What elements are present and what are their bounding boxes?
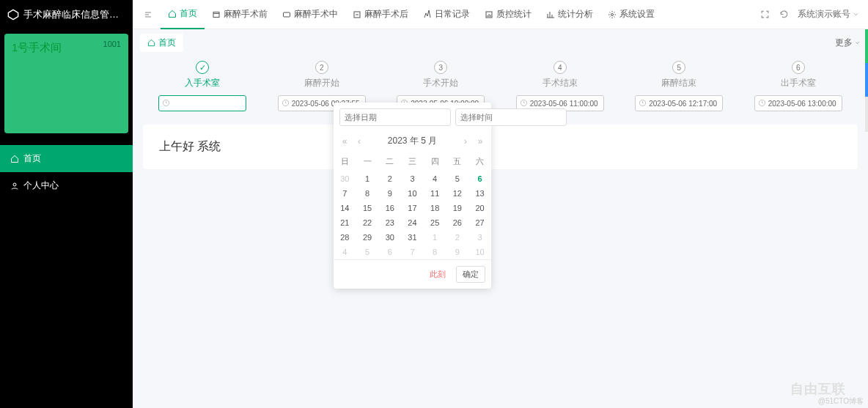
calendar-day[interactable]: 26 — [446, 215, 469, 230]
tab-post[interactable]: 麻醉手术后 — [345, 0, 416, 29]
step-circle: 2 — [315, 61, 328, 74]
calendar-day[interactable]: 8 — [424, 245, 446, 259]
calendar-day[interactable]: 10 — [468, 245, 491, 259]
clock-icon — [758, 99, 766, 108]
prev-year-icon[interactable]: « — [339, 136, 350, 146]
steps: 入手术室2麻醉开始2023-05-06 08:27:553手术开始2023-05… — [143, 56, 858, 111]
calendar-day[interactable]: 12 — [446, 186, 469, 201]
calendar-day[interactable]: 28 — [334, 230, 356, 245]
calendar-day[interactable]: 4 — [424, 171, 446, 186]
step-title: 手术结束 — [542, 77, 578, 89]
fullscreen-icon[interactable] — [760, 10, 770, 20]
calendar-day[interactable]: 1 — [356, 171, 379, 186]
weekday-header: 四 — [424, 153, 446, 171]
calendar-day[interactable]: 23 — [378, 215, 401, 230]
calendar-day[interactable]: 13 — [468, 186, 491, 201]
date-input[interactable] — [339, 108, 451, 126]
calendar-day[interactable]: 5 — [446, 171, 469, 186]
step-datetime-value: 2023-05-06 13:00:00 — [768, 100, 836, 108]
tab-label: 系统设置 — [619, 8, 655, 21]
step-datetime-input[interactable] — [158, 95, 246, 111]
sidebar-item-home[interactable]: 首页 — [0, 145, 133, 172]
app-title: 手术麻醉临床信息管… — [23, 8, 119, 21]
prev-month-icon[interactable]: ‹ — [354, 136, 364, 146]
calendar-header: « ‹ 2023 年 5 月 › » — [334, 132, 491, 153]
tab-daily[interactable]: 日常记录 — [416, 0, 477, 29]
time-input[interactable] — [455, 108, 567, 126]
calendar-day[interactable]: 24 — [401, 215, 424, 230]
calendar-day[interactable]: 6 — [468, 171, 491, 186]
svg-rect-2 — [284, 12, 290, 17]
calendar-day[interactable]: 4 — [334, 245, 356, 259]
step-datetime-input[interactable]: 2023-05-06 12:17:00 — [635, 95, 723, 111]
calendar-day[interactable]: 3 — [468, 230, 491, 245]
calendar-day[interactable]: 9 — [378, 186, 401, 201]
calendar-day[interactable]: 6 — [378, 245, 401, 259]
sidebar-item-user[interactable]: 个人中心 — [0, 172, 133, 199]
calendar-day[interactable]: 14 — [334, 201, 356, 215]
step-datetime-value: 2023-05-06 11:00:00 — [530, 100, 598, 108]
calendar-day[interactable]: 19 — [446, 201, 469, 215]
tab-home[interactable]: 首页 — [161, 0, 205, 29]
more-link[interactable]: 更多 — [835, 37, 861, 49]
watermark-text: @51CTO博客 — [818, 396, 864, 407]
calendar-day[interactable]: 21 — [334, 215, 356, 230]
account-menu[interactable]: 系统演示账号 — [798, 8, 859, 21]
post-icon — [353, 10, 361, 19]
step-datetime-input[interactable]: 2023-05-06 13:00:00 — [754, 95, 842, 111]
calendar-day[interactable]: 8 — [356, 186, 379, 201]
room-card[interactable]: 1号手术间 1001 — [4, 34, 128, 133]
pre-icon — [212, 10, 221, 19]
weekday-header: 日 — [334, 153, 356, 171]
calendar-day[interactable]: 29 — [356, 230, 379, 245]
calendar-day[interactable]: 10 — [401, 186, 424, 201]
subtab-home[interactable]: 首页 — [140, 34, 183, 52]
calendar-day[interactable]: 17 — [401, 201, 424, 215]
calendar-day[interactable]: 2 — [446, 230, 469, 245]
ok-button[interactable]: 确定 — [456, 266, 485, 283]
step-title: 麻醉开始 — [304, 77, 339, 89]
app-logo: 手术麻醉临床信息管… — [0, 0, 133, 29]
now-button[interactable]: 此刻 — [424, 266, 452, 283]
calendar-day[interactable]: 25 — [424, 215, 446, 230]
next-month-icon[interactable]: › — [460, 136, 471, 146]
calendar-day[interactable]: 2 — [378, 171, 401, 186]
svg-rect-1 — [213, 12, 219, 17]
calendar-day[interactable]: 18 — [424, 201, 446, 215]
calendar-day[interactable]: 27 — [468, 215, 491, 230]
calendar-day[interactable]: 30 — [378, 230, 401, 245]
clock-icon — [162, 99, 170, 108]
calendar-day[interactable]: 15 — [356, 201, 379, 215]
step-circle — [196, 61, 209, 74]
calendar-day[interactable]: 11 — [424, 186, 446, 201]
intra-icon — [282, 10, 291, 19]
tab-pre[interactable]: 麻醉手术前 — [205, 0, 275, 29]
home-icon — [147, 39, 155, 47]
calendar-day[interactable]: 3 — [401, 171, 424, 186]
tab-label: 麻醉手术前 — [224, 8, 268, 21]
tab-sys[interactable]: 系统设置 — [600, 0, 662, 29]
calendar-day[interactable]: 7 — [334, 186, 356, 201]
collapse-icon[interactable] — [141, 10, 155, 19]
home-icon — [168, 10, 177, 18]
tab-intra[interactable]: 麻醉手术中 — [275, 0, 345, 29]
calendar-day[interactable]: 7 — [401, 245, 424, 259]
tab-stats[interactable]: 统计分析 — [539, 0, 600, 29]
calendar-title: 2023 年 5 月 — [369, 135, 456, 147]
tab-qc[interactable]: 质控统计 — [477, 0, 539, 29]
step-4: 4手术结束2023-05-06 11:00:00 — [505, 61, 615, 111]
calendar-day[interactable]: 16 — [378, 201, 401, 215]
calendar-day[interactable]: 9 — [446, 245, 469, 259]
check-icon — [199, 63, 206, 73]
next-year-icon[interactable]: » — [475, 136, 485, 146]
calendar-day[interactable]: 1 — [424, 230, 446, 245]
calendar-day[interactable]: 5 — [356, 245, 379, 259]
calendar-day[interactable]: 22 — [356, 215, 379, 230]
calendar-day[interactable]: 20 — [468, 201, 491, 215]
calendar-day[interactable]: 31 — [401, 230, 424, 245]
calendar-day[interactable]: 30 — [334, 171, 356, 186]
main: 首页麻醉手术前麻醉手术中麻醉手术后日常记录质控统计统计分析系统设置 系统演示账号… — [133, 0, 868, 408]
more-label: 更多 — [835, 37, 853, 49]
datepicker-popover: « ‹ 2023 年 5 月 › » 日一二三四五六 3012345678910… — [334, 103, 491, 289]
refresh-icon[interactable] — [779, 10, 789, 20]
